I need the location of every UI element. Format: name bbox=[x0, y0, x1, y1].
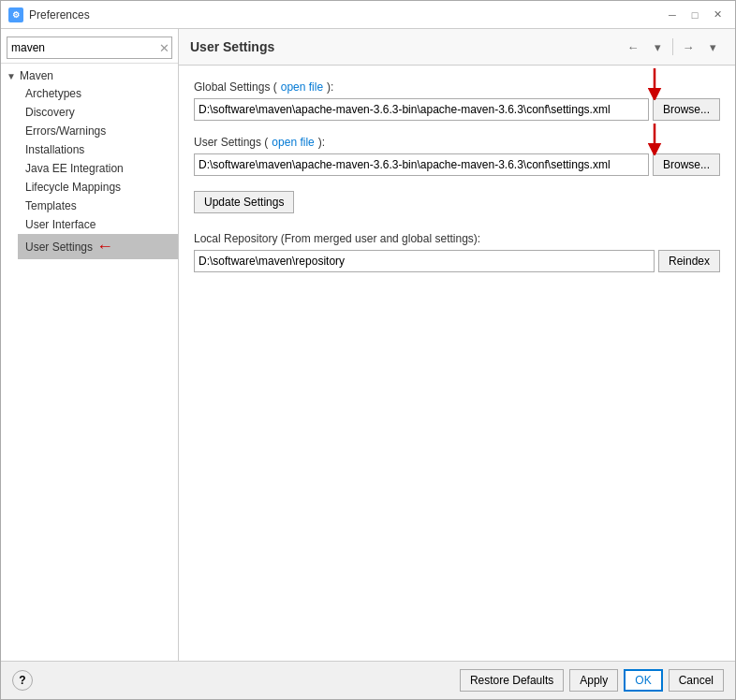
app-icon: ⚙ bbox=[8, 7, 23, 22]
apply-button[interactable]: Apply bbox=[569, 669, 618, 692]
local-repo-label-text: Local Repository (From merged user and g… bbox=[194, 232, 480, 245]
user-settings-row: Browse... bbox=[194, 153, 720, 176]
sidebar-item-label: Errors/Warnings bbox=[25, 124, 106, 138]
forward-button[interactable]: → bbox=[677, 36, 699, 57]
back-button[interactable]: ← bbox=[622, 36, 644, 57]
panel-toolbar: ← ▾ → ▾ bbox=[622, 36, 724, 57]
sidebar-item-errors-warnings[interactable]: Errors/Warnings bbox=[18, 122, 178, 140]
preferences-dialog: ⚙ Preferences ─ □ ✕ ✕ ▼ Maven bbox=[0, 0, 736, 700]
sidebar-item-label: User Settings bbox=[25, 241, 93, 254]
global-settings-label: Global Settings (open file): bbox=[194, 80, 720, 94]
restore-defaults-button[interactable]: Restore Defaults bbox=[460, 669, 564, 692]
local-repo-row: Reindex bbox=[194, 250, 720, 272]
title-bar: ⚙ Preferences ─ □ ✕ bbox=[1, 1, 735, 29]
tree-parent-label: Maven bbox=[20, 69, 53, 82]
sidebar-item-templates[interactable]: Templates bbox=[18, 197, 178, 215]
local-repo-label: Local Repository (From merged user and g… bbox=[194, 232, 720, 245]
footer: ? Restore Defaults Apply OK Cancel bbox=[1, 661, 735, 699]
reindex-button[interactable]: Reindex bbox=[658, 250, 720, 272]
panel-title: User Settings bbox=[190, 39, 274, 54]
user-settings-label: User Settings (open file): bbox=[194, 136, 720, 149]
forward-dropdown-button[interactable]: ▾ bbox=[701, 36, 724, 57]
dialog-title: Preferences bbox=[29, 8, 90, 22]
sidebar-item-label: Archetypes bbox=[25, 87, 81, 100]
cancel-button[interactable]: Cancel bbox=[669, 669, 724, 692]
sidebar-item-label: Java EE Integration bbox=[25, 162, 124, 175]
toolbar-separator bbox=[672, 38, 673, 55]
user-settings-prefix: User Settings ( bbox=[194, 136, 268, 149]
tree-parent-maven[interactable]: ▼ Maven bbox=[1, 67, 178, 84]
back-icon: ← bbox=[627, 40, 640, 54]
title-bar-left: ⚙ Preferences bbox=[8, 7, 90, 22]
title-bar-controls: ─ □ ✕ bbox=[662, 7, 728, 23]
close-button[interactable]: ✕ bbox=[707, 7, 728, 23]
sidebar-item-discovery[interactable]: Discovery bbox=[18, 103, 178, 122]
global-settings-row: Browse... bbox=[194, 98, 720, 121]
back-dropdown-icon: ▾ bbox=[655, 40, 661, 54]
search-input[interactable] bbox=[7, 36, 172, 59]
global-settings-group: Global Settings (open file): Browse... bbox=[194, 80, 720, 121]
maximize-button[interactable]: □ bbox=[684, 7, 705, 23]
sidebar-item-label: Discovery bbox=[25, 106, 75, 119]
main-content: ✕ ▼ Maven Archetypes Discovery Errors/W bbox=[1, 29, 735, 661]
sidebar-item-user-settings[interactable]: User Settings ← bbox=[18, 234, 178, 259]
global-settings-input[interactable] bbox=[194, 98, 649, 121]
sidebar-item-archetypes[interactable]: Archetypes bbox=[18, 84, 178, 103]
sidebar-item-label: User Interface bbox=[25, 218, 96, 231]
search-box-wrapper: ✕ bbox=[7, 36, 172, 59]
user-settings-input[interactable] bbox=[194, 153, 649, 176]
tree-children: Archetypes Discovery Errors/Warnings Ins… bbox=[1, 84, 178, 259]
global-settings-arrow-annotation bbox=[643, 66, 666, 100]
search-clear-icon[interactable]: ✕ bbox=[159, 42, 169, 54]
global-settings-suffix: ): bbox=[327, 80, 333, 94]
forward-icon: → bbox=[683, 40, 695, 54]
forward-dropdown-icon: ▾ bbox=[710, 40, 716, 54]
user-settings-open-link[interactable]: open file bbox=[272, 136, 314, 149]
global-settings-browse-button[interactable]: Browse... bbox=[653, 98, 720, 121]
footer-left: ? bbox=[12, 670, 454, 691]
ok-button[interactable]: OK bbox=[624, 669, 662, 692]
sidebar: ✕ ▼ Maven Archetypes Discovery Errors/W bbox=[1, 29, 179, 661]
user-settings-browse-button[interactable]: Browse... bbox=[653, 153, 720, 176]
global-settings-open-link[interactable]: open file bbox=[281, 80, 323, 94]
panel-body: Global Settings (open file): Browse... bbox=[179, 66, 735, 661]
global-settings-prefix: Global Settings ( bbox=[194, 80, 277, 94]
user-settings-suffix: ): bbox=[318, 136, 325, 149]
sidebar-item-installations[interactable]: Installations bbox=[18, 140, 178, 159]
help-button[interactable]: ? bbox=[12, 670, 33, 691]
update-settings-button[interactable]: Update Settings bbox=[194, 191, 294, 213]
sidebar-item-java-ee-integration[interactable]: Java EE Integration bbox=[18, 159, 178, 178]
back-dropdown-button[interactable]: ▾ bbox=[646, 36, 669, 57]
local-repo-group: Local Repository (From merged user and g… bbox=[194, 232, 720, 272]
update-settings-row: Update Settings bbox=[194, 191, 720, 213]
sidebar-item-user-interface[interactable]: User Interface bbox=[18, 215, 178, 234]
sidebar-selection-arrow: ← bbox=[96, 237, 113, 256]
sidebar-item-label: Lifecycle Mappings bbox=[25, 181, 121, 194]
search-box-container: ✕ bbox=[1, 33, 178, 64]
local-repo-input[interactable] bbox=[194, 250, 655, 272]
tree-expand-arrow: ▼ bbox=[7, 71, 18, 81]
user-settings-group: User Settings (open file): Browse... bbox=[194, 136, 720, 176]
tree-container: ▼ Maven Archetypes Discovery Errors/Warn… bbox=[1, 64, 178, 657]
user-settings-arrow-annotation bbox=[643, 122, 666, 155]
sidebar-item-label: Installations bbox=[25, 143, 84, 156]
panel-header: User Settings ← ▾ → ▾ bbox=[179, 29, 735, 66]
right-panel: User Settings ← ▾ → ▾ bbox=[179, 29, 735, 661]
sidebar-item-label: Templates bbox=[25, 199, 77, 212]
sidebar-item-lifecycle-mappings[interactable]: Lifecycle Mappings bbox=[18, 178, 178, 197]
minimize-button[interactable]: ─ bbox=[662, 7, 683, 23]
